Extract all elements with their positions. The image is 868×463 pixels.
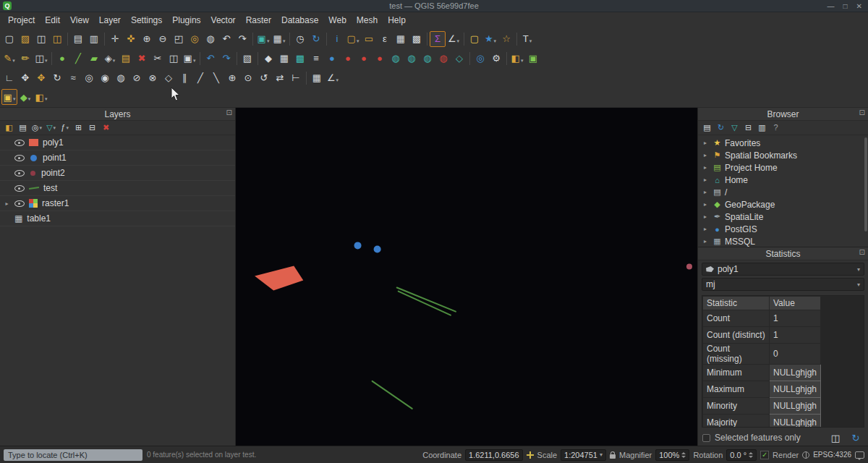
plugins-icon[interactable]: ▣ bbox=[525, 51, 541, 67]
statistics-summary-icon[interactable]: Σ bbox=[430, 31, 446, 47]
menu-database[interactable]: Database bbox=[276, 13, 323, 27]
dock-float-icon[interactable] bbox=[859, 248, 865, 256]
browser-item--[interactable]: ▸▤/ bbox=[698, 186, 868, 198]
new-map-view-icon[interactable]: ▦▾ bbox=[271, 31, 287, 47]
add-postgis-layer-icon[interactable]: ● bbox=[324, 51, 340, 67]
fill-ring-icon[interactable]: ◍ bbox=[113, 70, 129, 86]
visibility-eye-icon[interactable] bbox=[14, 185, 25, 192]
lock-scale-icon[interactable] bbox=[610, 454, 616, 459]
expand-all-icon[interactable]: ⊞ bbox=[72, 122, 85, 134]
add-point-feature-icon[interactable]: ● bbox=[54, 51, 70, 67]
enable-advanced-digitizing-icon[interactable]: ∟ bbox=[1, 70, 17, 86]
add-spatialite-layer-icon[interactable]: ● bbox=[340, 51, 356, 67]
zoom-next-icon[interactable]: ↷ bbox=[234, 31, 250, 47]
menu-help[interactable]: Help bbox=[383, 13, 411, 27]
add-oracle-layer-icon[interactable]: ● bbox=[372, 51, 388, 67]
expand-arrow-icon[interactable] bbox=[4, 200, 10, 207]
merge-attributes-icon[interactable]: ⊙ bbox=[240, 70, 256, 86]
cad-construction-icon[interactable]: ∠▾ bbox=[325, 70, 341, 86]
remove-layer-icon[interactable]: ✖ bbox=[100, 122, 112, 134]
crs-status-button[interactable]: EPSG:4326 bbox=[813, 451, 851, 459]
add-wms-layer-icon[interactable]: ◍ bbox=[388, 51, 404, 67]
add-wcs-layer-icon[interactable]: ◍ bbox=[404, 51, 420, 67]
expand-arrow-icon[interactable]: ▸ bbox=[704, 201, 710, 208]
add-ring-icon[interactable]: ◎ bbox=[81, 70, 97, 86]
browser-item-mssql[interactable]: ▸▦MSSQL bbox=[698, 235, 868, 247]
stats-field-select[interactable]: mj bbox=[702, 278, 864, 291]
menu-settings[interactable]: Settings bbox=[126, 13, 167, 27]
help-icon[interactable]: ? bbox=[770, 122, 782, 134]
menu-vector[interactable]: Vector bbox=[206, 13, 241, 27]
measure-icon[interactable]: ∠▾ bbox=[446, 31, 461, 47]
vertex-editor-panel-icon[interactable]: ▦ bbox=[309, 70, 325, 86]
delete-part-icon[interactable]: ⊗ bbox=[145, 70, 161, 86]
zoom-out-icon[interactable]: ⊖ bbox=[155, 31, 171, 47]
refresh-statistics-icon[interactable]: ↻ bbox=[848, 430, 864, 446]
text-annotation-icon[interactable]: T▾ bbox=[519, 31, 535, 47]
collapse-all-icon[interactable]: ⊟ bbox=[742, 122, 754, 134]
visibility-eye-icon[interactable] bbox=[14, 140, 25, 146]
new-bookmark-icon[interactable]: ★▾ bbox=[482, 31, 498, 47]
copy-move-feature-icon[interactable]: ✥ bbox=[33, 70, 49, 86]
zoom-full-icon[interactable]: ◰ bbox=[171, 31, 187, 47]
trim-extend-icon[interactable]: ⊢ bbox=[288, 70, 304, 86]
scrollbar[interactable] bbox=[864, 137, 867, 232]
add-mssql-layer-icon[interactable]: ● bbox=[356, 51, 372, 67]
expand-arrow-icon[interactable]: ▸ bbox=[704, 140, 710, 146]
menu-edit[interactable]: Edit bbox=[40, 13, 65, 27]
simplify-feature-icon[interactable]: ≈ bbox=[65, 70, 81, 86]
close-button[interactable]: ✕ bbox=[856, 2, 862, 10]
reshape-features-icon[interactable]: ◇ bbox=[161, 70, 176, 86]
deselect-features-icon[interactable]: ▭ bbox=[361, 31, 377, 47]
new-temporary-scratch-layer-icon[interactable]: ◧▾ bbox=[33, 89, 49, 105]
add-polygon-feature-icon[interactable]: ▰ bbox=[86, 51, 102, 67]
save-layer-edits-icon[interactable]: ◫▾ bbox=[33, 51, 49, 67]
new-project-icon[interactable]: ▢ bbox=[1, 31, 17, 47]
visibility-eye-icon[interactable] bbox=[14, 155, 25, 161]
refresh-browser-icon[interactable]: ↻ bbox=[715, 122, 727, 134]
dock-float-icon[interactable] bbox=[226, 109, 232, 116]
open-attribute-table-icon[interactable]: ▦ bbox=[393, 31, 409, 47]
processing-toolbox-icon[interactable]: ⚙ bbox=[488, 51, 504, 67]
layer-item-table1[interactable]: table1 bbox=[0, 211, 235, 226]
new-geopackage-layer-icon[interactable]: ◆▾ bbox=[17, 89, 33, 105]
split-parts-icon[interactable]: ╲ bbox=[208, 70, 224, 86]
filter-browser-icon[interactable]: ▽ bbox=[728, 122, 741, 134]
browser-item-spatial-bookmarks[interactable]: ▸⚑Spatial Bookmarks bbox=[698, 149, 868, 161]
add-part-icon[interactable]: ◉ bbox=[97, 70, 113, 86]
redo-icon[interactable]: ↷ bbox=[218, 51, 234, 67]
scale-combo[interactable]: 1:204751 bbox=[561, 449, 606, 461]
expand-arrow-icon[interactable]: ▸ bbox=[704, 226, 710, 232]
select-features-icon[interactable]: ▢▾ bbox=[345, 31, 361, 47]
rotate-point-symbols-icon[interactable]: ↺ bbox=[256, 70, 272, 86]
paste-features-icon[interactable]: ▣▾ bbox=[182, 51, 197, 67]
add-delimited-text-icon[interactable]: ≡ bbox=[308, 51, 324, 67]
expand-arrow-icon[interactable]: ▸ bbox=[704, 177, 710, 183]
browser-item-project-home[interactable]: ▸▤Project Home bbox=[698, 161, 868, 174]
show-bookmarks-icon[interactable]: ☆ bbox=[498, 31, 514, 47]
render-checkbox[interactable] bbox=[760, 451, 769, 459]
rotation-input[interactable]: 0.0 ° bbox=[726, 449, 757, 461]
menu-mesh[interactable]: Mesh bbox=[352, 13, 383, 27]
locate-search-input[interactable] bbox=[4, 449, 142, 461]
expand-arrow-icon[interactable]: ▸ bbox=[704, 213, 710, 220]
new-shapefile-layer-icon[interactable]: ▣▾ bbox=[1, 89, 17, 105]
add-vector-layer-icon[interactable]: ◆ bbox=[260, 51, 276, 67]
add-virtual-layer-icon[interactable]: ◇ bbox=[451, 51, 467, 67]
zoom-to-selection-icon[interactable]: ◎ bbox=[187, 31, 203, 47]
menu-view[interactable]: View bbox=[65, 13, 94, 27]
zoom-last-icon[interactable]: ↶ bbox=[218, 31, 234, 47]
add-mesh-layer-icon[interactable]: ▩ bbox=[292, 51, 308, 67]
copy-statistics-icon[interactable]: ◫ bbox=[827, 430, 843, 446]
messages-icon[interactable] bbox=[855, 451, 864, 459]
rotate-feature-icon[interactable]: ↻ bbox=[49, 70, 65, 86]
browser-item-spatialite[interactable]: ▸✒SpatiaLite bbox=[698, 211, 868, 223]
menu-project[interactable]: Project bbox=[3, 13, 40, 27]
pan-to-selection-icon[interactable]: ✜ bbox=[123, 31, 139, 47]
vertex-tool-icon[interactable]: ◈▾ bbox=[102, 51, 118, 67]
current-edits-icon[interactable]: ✎▾ bbox=[1, 51, 17, 67]
refresh-map-icon[interactable]: ↻ bbox=[308, 31, 324, 47]
metasearch-icon[interactable]: ◎ bbox=[472, 51, 488, 67]
layout-manager-icon[interactable]: ▥ bbox=[86, 31, 102, 47]
style-manager-icon[interactable]: ◧▾ bbox=[509, 51, 525, 67]
